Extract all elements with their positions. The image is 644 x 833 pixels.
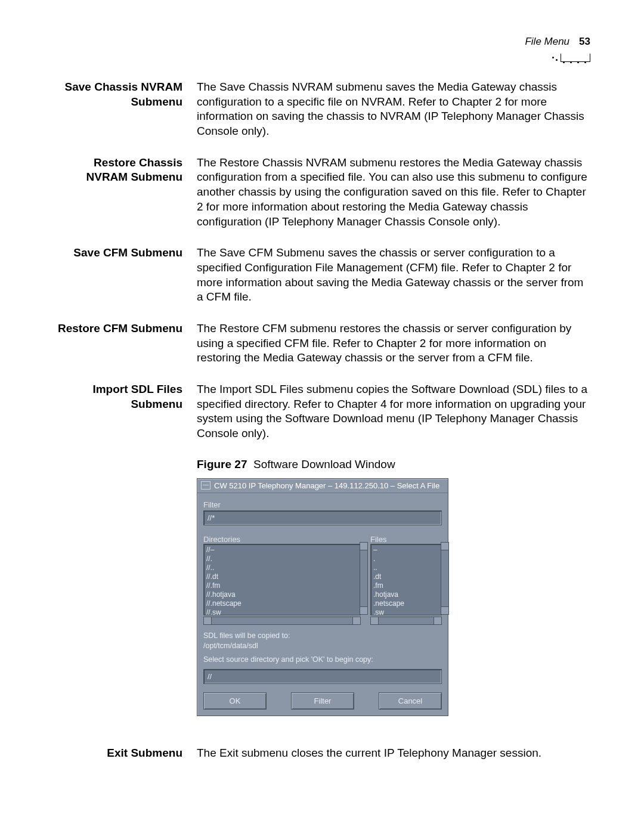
section-save-cfm: Save CFM Submenu The Save CFM Submenu sa…	[54, 246, 590, 305]
scroll-right-icon[interactable]	[434, 617, 441, 624]
list-item[interactable]: .dt	[373, 572, 439, 581]
content: Save Chassis NVRAM Submenu The Save Chas…	[54, 80, 590, 761]
list-item[interactable]: //.	[206, 555, 358, 563]
scroll-up-icon[interactable]	[360, 543, 367, 550]
list-item[interactable]: //.netscape	[206, 599, 358, 608]
directories-column: Directories //–//.//..//.dt//.fm//.hotja…	[203, 531, 361, 625]
scroll-left-icon[interactable]	[371, 617, 379, 624]
scroll-up-icon[interactable]	[441, 543, 448, 550]
page: File Menu 53 Save Chassis NVRAM Submenu …	[0, 0, 644, 833]
list-item[interactable]: .fm	[373, 581, 439, 590]
list-item[interactable]: ..	[373, 563, 439, 572]
list-item[interactable]: .hotjava	[373, 590, 439, 599]
section-body: The Restore CFM submenu restores the cha…	[197, 321, 590, 366]
path-input[interactable]	[203, 669, 442, 684]
list-item[interactable]: //..	[206, 563, 358, 572]
list-item[interactable]: //.fm	[206, 581, 358, 590]
vertical-scrollbar[interactable]	[360, 542, 368, 615]
filter-label: Filter	[203, 500, 442, 509]
figure-title: Software Download Window	[253, 458, 395, 470]
scroll-right-icon[interactable]	[352, 617, 360, 624]
filter-input[interactable]	[203, 510, 442, 525]
note-line-3: Select source directory and pick 'OK' to…	[203, 655, 442, 665]
copy-note: SDL files will be copied to: /opt/tcm/da…	[203, 631, 442, 665]
section-body: The Exit submenu closes the current IP T…	[197, 746, 590, 761]
window-title-bar[interactable]: CW 5210 IP Telephony Manager – 149.112.2…	[197, 479, 448, 493]
files-list[interactable]: –....dt.fm.hotjava.netscape.sw	[370, 544, 442, 615]
list-item[interactable]: –	[373, 546, 439, 555]
directories-list[interactable]: //–//.//..//.dt//.fm//.hotjava//.netscap…	[203, 544, 361, 615]
section-label: Restore CFM Submenu	[54, 321, 197, 336]
section-body: The Save Chassis NVRAM submenu saves the…	[197, 80, 590, 139]
list-item[interactable]: .	[373, 555, 439, 563]
section-body: The Restore Chassis NVRAM submenu restor…	[197, 156, 590, 229]
section-import-sdl: Import SDL Files Submenu The Import SDL …	[54, 382, 590, 441]
list-item[interactable]: //.dt	[206, 572, 358, 581]
window-body: Filter Directories //–//.//..//.dt//.fm/…	[197, 493, 448, 716]
section-body: The Import SDL Files submenu copies the …	[197, 382, 590, 441]
cancel-button[interactable]: Cancel	[379, 692, 442, 710]
section-restore-cfm: Restore CFM Submenu The Restore CFM subm…	[54, 321, 590, 366]
section-label: Save CFM Submenu	[54, 246, 197, 261]
files-column: Files –....dt.fm.hotjava.netscape.sw	[370, 531, 442, 625]
header-page-number: 53	[579, 36, 590, 48]
list-item[interactable]: //–	[206, 546, 358, 555]
filter-button[interactable]: Filter	[291, 692, 354, 710]
header-ornament	[555, 54, 590, 62]
section-label: Exit Submenu	[54, 746, 197, 761]
section-body: The Save CFM Submenu saves the chassis o…	[197, 246, 590, 305]
horizontal-scrollbar[interactable]	[370, 617, 442, 625]
list-item[interactable]: .netscape	[373, 599, 439, 608]
files-label: Files	[370, 535, 442, 544]
section-restore-chassis-nvram: Restore Chassis NVRAM Submenu The Restor…	[54, 156, 590, 229]
section-label: Import SDL Files Submenu	[54, 382, 197, 411]
list-item[interactable]: //.sw	[206, 608, 358, 615]
horizontal-scrollbar[interactable]	[203, 617, 361, 625]
note-line-1: SDL files will be copied to:	[203, 631, 442, 641]
figure-label: Figure 27	[197, 458, 247, 470]
scroll-left-icon[interactable]	[204, 617, 212, 624]
directories-label: Directories	[203, 535, 361, 544]
list-item[interactable]: .sw	[373, 608, 439, 615]
section-label: Restore Chassis NVRAM Submenu	[54, 156, 197, 185]
figure-caption: Figure 27 Software Download Window	[197, 458, 590, 471]
note-line-2: /opt/tcm/data/sdl	[203, 641, 442, 651]
ok-button[interactable]: OK	[203, 692, 267, 710]
software-download-window: CW 5210 IP Telephony Manager – 149.112.2…	[197, 478, 448, 717]
header-section: File Menu	[525, 36, 569, 48]
window-title: CW 5210 IP Telephony Manager – 149.112.2…	[214, 481, 439, 490]
section-label: Save Chassis NVRAM Submenu	[54, 80, 197, 109]
list-item[interactable]: //.hotjava	[206, 590, 358, 599]
system-menu-icon[interactable]	[201, 481, 210, 490]
running-header: File Menu 53	[54, 36, 590, 48]
vertical-scrollbar[interactable]	[441, 542, 449, 615]
section-save-chassis-nvram: Save Chassis NVRAM Submenu The Save Chas…	[54, 80, 590, 139]
scroll-down-icon[interactable]	[360, 606, 367, 614]
scroll-down-icon[interactable]	[441, 606, 448, 614]
section-exit: Exit Submenu The Exit submenu closes the…	[54, 746, 590, 761]
